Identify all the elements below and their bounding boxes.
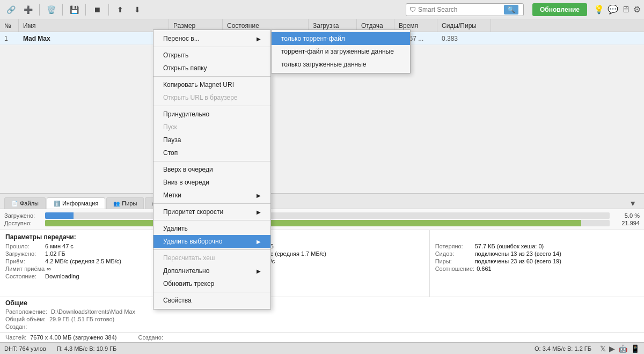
- ctx-open[interactable]: Открыть: [153, 49, 270, 62]
- ctx-queue-down[interactable]: Вниз в очереди: [153, 176, 270, 189]
- tab-info-label: Информация: [62, 200, 98, 206]
- status-bar-right: О: 3.4 МБ/с В: 1.2 ГБ 𝕏 ▶ 🤖 📱: [535, 344, 640, 353]
- available-progress-row: Доступно: 21.994: [4, 220, 640, 226]
- toolbar-stop[interactable]: ⏹: [90, 2, 105, 17]
- ctx-delete-selective[interactable]: Удалить выборочно ▶: [153, 235, 270, 248]
- search-bar: 🛡 🔍: [406, 3, 524, 16]
- ctx-copy-magnet-label: Копировать Magnet URI: [163, 81, 234, 88]
- ctx-open-label: Открыть: [163, 51, 188, 59]
- status-key: Состояние:: [5, 273, 43, 279]
- pieces-created-item: Создано:: [138, 334, 165, 341]
- ctx-speed-priority[interactable]: Приоритет скорости ▶: [153, 205, 270, 218]
- ctx-move[interactable]: Перенос в... ▶: [153, 32, 270, 45]
- info-section: Параметры передачи: Прошло: 6 мин 47 с З…: [0, 230, 644, 297]
- dl-key: Загружено:: [5, 250, 43, 257]
- update-button[interactable]: Обновление: [532, 3, 587, 16]
- available-bar-wrap: [45, 220, 610, 226]
- downloaded-val: 5.0 %: [613, 212, 640, 219]
- search-input[interactable]: [418, 6, 504, 13]
- path-key: Расположение:: [5, 308, 47, 315]
- parts-val: 7670 x 4.00 МБ (загружено 384): [30, 334, 116, 341]
- tab-info[interactable]: ℹ️ Информация: [47, 197, 105, 209]
- created-key: Создан:: [5, 323, 27, 330]
- ctx-sep7: [153, 249, 270, 250]
- ctx-speed-arrow: ▶: [257, 209, 261, 215]
- tab-files-label: Файлы: [20, 200, 39, 206]
- ctx-stop[interactable]: Стоп: [153, 146, 270, 159]
- col-seeds: Сиды/Пиры: [437, 19, 491, 32]
- ctx-delete-label: Удалить: [163, 225, 188, 232]
- table-row[interactable]: 1 Mad Max 29.9 ГБ Загрузка 5.0% 4.2 МБ/с…: [0, 32, 644, 45]
- youtube-icon[interactable]: ▶: [609, 344, 615, 353]
- col-upload: Отдача: [357, 19, 394, 32]
- general-section: Общие Расположение: D:\Downloads\torrent…: [0, 297, 644, 332]
- ios-icon[interactable]: 📱: [631, 344, 640, 353]
- dht-status: DHT: 764 узлов: [4, 345, 46, 352]
- android-icon[interactable]: 🤖: [618, 344, 627, 353]
- ctx-open-folder[interactable]: Открыть папку: [153, 62, 270, 75]
- settings-icon[interactable]: ⚙: [633, 4, 641, 14]
- downloaded-progress-row: Загружено: 5.0 %: [4, 212, 640, 219]
- tabs-bar: 📄 Файлы ℹ️ Информация 👥 Пиры ◎ Трекеры ▼: [0, 194, 644, 209]
- pieces-created-key: Создано:: [138, 334, 163, 341]
- tab-peers-label: Пиры: [122, 200, 137, 206]
- toolbar-up[interactable]: ⬆: [113, 2, 128, 17]
- ctx-advanced[interactable]: Дополнительно ▶: [153, 264, 270, 277]
- ctx-sep4: [153, 161, 270, 161]
- ctx-queue-up[interactable]: Вверх в очереди: [153, 163, 270, 176]
- status-bar: DHT: 764 узлов П: 4.3 МБ/с В: 10.9 ГБ О:…: [0, 342, 644, 354]
- col-num: №: [0, 19, 19, 32]
- row-num: 1: [0, 32, 19, 45]
- ul-status: О: 3.4 МБ/с В: 1.2 ГБ: [535, 345, 591, 352]
- toolbar-add-link[interactable]: 🔗: [3, 2, 18, 17]
- row-time: 1 ч 57 ...: [394, 32, 437, 45]
- sub-data-only[interactable]: только загруженные данные: [272, 58, 410, 71]
- chat-icon: 💬: [608, 4, 618, 14]
- ctx-delete[interactable]: Удалить: [153, 222, 270, 235]
- context-menu[interactable]: Перенос в... ▶ Открыть Открыть папку Коп…: [153, 30, 271, 309]
- tab-peers[interactable]: 👥 Пиры: [106, 197, 144, 209]
- tab-expand-button[interactable]: ▼: [626, 198, 640, 209]
- sub-torrent-and-data[interactable]: торрент-файл и загруженные данные: [272, 45, 410, 58]
- twitter-icon[interactable]: 𝕏: [600, 344, 606, 353]
- bottom-panel: 📄 Файлы ℹ️ Информация 👥 Пиры ◎ Трекеры ▼…: [0, 193, 644, 342]
- ctx-copy-magnet[interactable]: Копировать Magnet URI: [153, 78, 270, 91]
- toolbar: 🔗 ➕ 🗑️ 💾 ⏹ ⬆ ⬇ 🛡 🔍 Обновление 💡 💬 🖥 ⚙: [0, 0, 644, 19]
- ctx-labels[interactable]: Метки ▶: [153, 189, 270, 202]
- peers-row: Пиры: подключены 23 из 60 (всего 19): [435, 258, 639, 264]
- ctx-update-tracker[interactable]: Обновить трекер: [153, 277, 270, 290]
- recv-val: 4.2 МБ/с (средняя 2.5 МБ/с): [45, 258, 121, 264]
- torrent-list: 1 Mad Max 29.9 ГБ Загрузка 5.0% 4.2 МБ/с…: [0, 32, 644, 45]
- toolbar-down[interactable]: ⬇: [130, 2, 145, 17]
- ctx-force[interactable]: Принудительно: [153, 108, 270, 121]
- tab-files[interactable]: 📄 Файлы: [4, 197, 46, 209]
- toolbar-sep4: [108, 4, 109, 16]
- ctx-queue-down-label: Вниз в очереди: [163, 179, 209, 186]
- ctx-pause[interactable]: Пауза: [153, 134, 270, 146]
- ctx-properties[interactable]: Свойства: [153, 294, 270, 307]
- downloaded-bar-wrap: [45, 212, 610, 219]
- path-val: D:\Downloads\torrents\Mad Max: [51, 308, 135, 315]
- search-button[interactable]: 🔍: [504, 5, 518, 14]
- col-download: Загрузка: [309, 19, 357, 32]
- toolbar-sep1: [39, 4, 40, 16]
- toolbar-save[interactable]: 💾: [67, 2, 82, 17]
- list-header: № Имя Размер Состояние Загрузка Отдача В…: [0, 19, 644, 32]
- ratio-val: 0.661: [477, 266, 492, 272]
- total-row: Общий объём: 29.9 ГБ (1.51 ГБ готово): [5, 316, 639, 322]
- bulb-icon: 💡: [594, 4, 604, 14]
- ctx-speed-label: Приоритет скорости: [163, 208, 223, 216]
- shield-icon: 🛡: [409, 6, 416, 13]
- toolbar-delete[interactable]: 🗑️: [43, 2, 58, 17]
- dl-val: 1.02 ГБ: [45, 250, 65, 257]
- seeds-key: Сидов:: [435, 250, 473, 257]
- toolbar-add-file[interactable]: ➕: [20, 2, 35, 17]
- ctx-sep3: [153, 106, 270, 106]
- progress-section: Загружено: 5.0 % Доступно: 21.994: [0, 209, 644, 230]
- peers-tab-icon: 👥: [113, 201, 120, 206]
- seeds-row: Сидов: подключены 13 из 23 (всего 14): [435, 250, 639, 257]
- ctx-open-folder-label: Открыть папку: [163, 64, 207, 72]
- recv-key: Приём:: [5, 258, 43, 264]
- ctx-rehash-label: Пересчитать хеш: [163, 254, 215, 262]
- ctx-sep2: [153, 76, 270, 77]
